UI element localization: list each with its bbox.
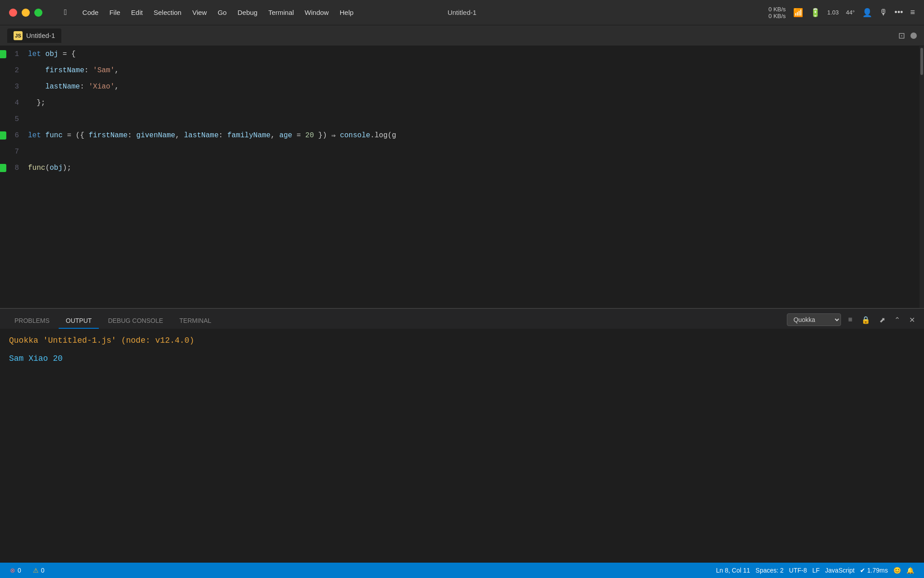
- status-bell[interactable]: 🔔: [904, 563, 917, 578]
- output-channel-select[interactable]: Quokka: [787, 313, 841, 326]
- check-text: ✔ 1.79ms: [860, 567, 888, 574]
- line-number-4: 4: [10, 99, 19, 107]
- statusbar: ⊗ 0 ⚠ 0 Ln 8, Col 11 Spaces: 2 UTF-8 LF …: [0, 563, 924, 578]
- titlebar:  Code File Edit Selection View Go Debug…: [0, 0, 924, 25]
- apple-menu[interactable]: : [60, 6, 72, 19]
- scrollbar-thumb[interactable]: [920, 48, 923, 75]
- bell-icon: 🔔: [906, 567, 914, 574]
- token: 20: [305, 131, 314, 140]
- gutter-row-1: 1: [0, 46, 19, 62]
- gutter-row-5: 5: [10, 111, 19, 127]
- list-icon: ≡: [910, 8, 915, 17]
- clear-output-icon[interactable]: ≡: [846, 314, 854, 326]
- line-number-2: 2: [10, 66, 19, 75]
- menu-edit[interactable]: Edit: [127, 7, 148, 18]
- status-position[interactable]: Ln 8, Col 11: [713, 563, 753, 578]
- menu-go[interactable]: Go: [213, 7, 231, 18]
- token: firstName: [45, 66, 84, 75]
- menu-selection[interactable]: Selection: [149, 7, 186, 18]
- status-emoji[interactable]: 😊: [891, 563, 904, 578]
- error-count: 0: [18, 567, 21, 574]
- tab-problems[interactable]: PROBLEMS: [7, 313, 57, 329]
- window-title: Untitled-1: [448, 9, 476, 16]
- traffic-lights: [9, 9, 42, 17]
- menu-terminal[interactable]: Terminal: [264, 7, 299, 18]
- error-icon: ⊗: [10, 567, 15, 574]
- split-editor-icon[interactable]: ⊡: [898, 31, 905, 41]
- panel: PROBLEMS OUTPUT DEBUG CONSOLE TERMINAL Q…: [0, 308, 924, 561]
- menu-view[interactable]: View: [188, 7, 211, 18]
- gutter-row-8: 8: [0, 160, 19, 176]
- token: );: [63, 164, 71, 172]
- status-language[interactable]: JavaScript: [822, 563, 857, 578]
- minimize-button[interactable]: [22, 9, 30, 17]
- open-panel-icon[interactable]: ⬈: [878, 314, 887, 326]
- tab-right-controls: ⊡: [898, 31, 917, 41]
- user-icon: 👤: [862, 8, 872, 18]
- eol-text: LF: [812, 567, 819, 574]
- gutter-row-3: 3: [10, 79, 19, 95]
- panel-toolbar: Quokka ≡ 🔒 ⬈ ⌃ ✕: [787, 313, 917, 329]
- tab-label: Untitled-1: [26, 32, 55, 39]
- menu-debug[interactable]: Debug: [233, 7, 262, 18]
- editor-main[interactable]: 1 2 3 4 5 6 7: [0, 46, 924, 308]
- titlebar-right: 0 KB/s0 KB/s 📶 🔋 1.03 44° 👤 🎙 ••• ≡: [768, 6, 915, 19]
- temperature: 44°: [846, 9, 855, 16]
- menu-window[interactable]: Window: [300, 7, 333, 18]
- status-right: Ln 8, Col 11 Spaces: 2 UTF-8 LF JavaScri…: [713, 563, 917, 578]
- editor-scrollbar[interactable]: [919, 46, 924, 308]
- token: obj: [50, 164, 63, 172]
- siri-icon: 🎙: [879, 8, 887, 17]
- code-line-7: [23, 144, 924, 160]
- token: console: [340, 131, 370, 140]
- status-eol[interactable]: LF: [809, 563, 822, 578]
- line-number-5: 5: [10, 115, 19, 123]
- tab-bar: JS Untitled-1 ⊡: [0, 25, 924, 46]
- token: ,: [115, 66, 119, 75]
- code-line-4: };: [23, 95, 924, 111]
- panel-tabs: PROBLEMS OUTPUT DEBUG CONSOLE TERMINAL Q…: [0, 309, 924, 329]
- menu-help[interactable]: Help: [335, 7, 358, 18]
- lock-output-icon[interactable]: 🔒: [859, 314, 872, 326]
- wifi-icon: 📶: [793, 8, 803, 18]
- token: givenName: [136, 131, 175, 140]
- maximize-button[interactable]: [34, 9, 42, 17]
- breakpoint-1[interactable]: [0, 50, 6, 58]
- gutter-row-6: 6: [0, 127, 19, 144]
- code-content[interactable]: let obj = { firstName : 'Sam' , lastName…: [23, 46, 924, 308]
- token: = ({: [63, 131, 89, 140]
- token: lastName: [45, 83, 80, 91]
- line-number-3: 3: [10, 83, 19, 91]
- status-left: ⊗ 0 ⚠ 0: [7, 563, 47, 578]
- menu-bar:  Code File Edit Selection View Go Debug…: [60, 6, 358, 19]
- status-warnings[interactable]: ⚠ 0: [30, 563, 47, 578]
- line-number-8: 8: [10, 164, 19, 172]
- token: firstName: [88, 131, 127, 140]
- more-icon: •••: [895, 8, 903, 17]
- token: let: [28, 131, 45, 140]
- close-button[interactable]: [9, 9, 17, 17]
- close-panel-icon[interactable]: ✕: [907, 314, 917, 326]
- breakpoint-6[interactable]: [0, 131, 6, 140]
- menu-file[interactable]: File: [105, 7, 125, 18]
- token: .log(g: [370, 131, 397, 140]
- line-number-6: 6: [10, 131, 19, 140]
- gutter-row-4: 4: [10, 95, 19, 111]
- chevron-up-icon[interactable]: ⌃: [892, 314, 902, 326]
- position-text: Ln 8, Col 11: [716, 567, 750, 574]
- breakpoint-8[interactable]: [0, 164, 6, 172]
- tab-terminal[interactable]: TERMINAL: [172, 313, 219, 329]
- status-check[interactable]: ✔ 1.79ms: [857, 563, 891, 578]
- status-encoding[interactable]: UTF-8: [786, 563, 810, 578]
- file-tab-untitled[interactable]: JS Untitled-1: [7, 28, 61, 43]
- quokka-output: Sam Xiao 20: [9, 354, 915, 363]
- status-spaces[interactable]: Spaces: 2: [753, 563, 786, 578]
- menu-code[interactable]: Code: [78, 7, 103, 18]
- panel-content: Quokka 'Untitled-1.js' (node: v12.4.0) S…: [0, 329, 924, 561]
- status-errors[interactable]: ⊗ 0: [7, 563, 24, 578]
- tab-output[interactable]: OUTPUT: [59, 313, 99, 329]
- token: :: [218, 131, 227, 140]
- dot-menu-icon[interactable]: [910, 33, 917, 39]
- js-file-icon: JS: [14, 31, 23, 40]
- tab-debug-console[interactable]: DEBUG CONSOLE: [101, 313, 170, 329]
